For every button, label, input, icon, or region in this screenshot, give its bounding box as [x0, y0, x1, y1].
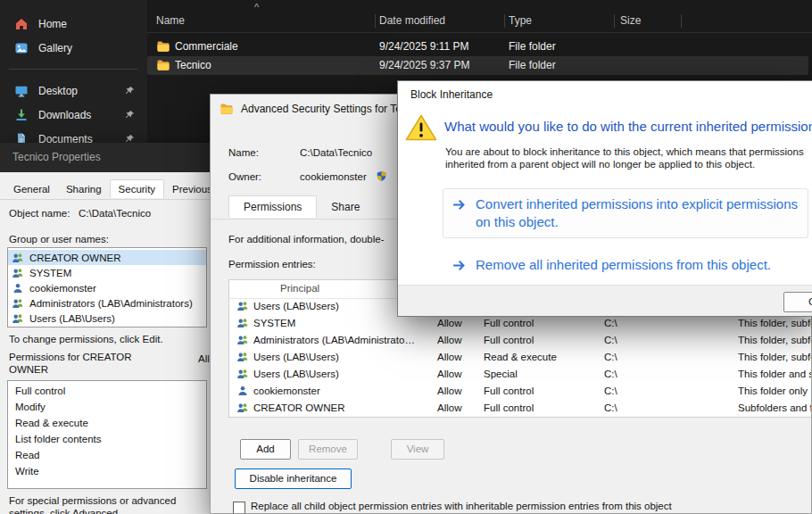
tab-sharing[interactable]: Sharing: [58, 180, 110, 198]
properties-dialog: Tecnico Properties General Sharing Secur…: [0, 143, 221, 514]
column-header-name[interactable]: Name: [156, 14, 185, 27]
sidebar-item-label: Home: [38, 18, 67, 30]
entry-applies-to: This folder, subfolders and files: [738, 352, 812, 362]
owner-label: Owner:: [228, 171, 261, 182]
permission-label: List folder contents: [15, 434, 102, 444]
remove-button[interactable]: Remove: [298, 439, 358, 460]
column-header-principal[interactable]: Principal: [280, 283, 319, 294]
sidebar-separator: [9, 69, 138, 70]
replace-permissions-checkbox[interactable]: [233, 502, 245, 514]
cancel-button[interactable]: Cancel: [783, 292, 812, 312]
sidebar-item-desktop[interactable]: Desktop: [5, 79, 142, 103]
column-header-type[interactable]: Type: [509, 14, 532, 27]
permission-entry-row[interactable]: CREATOR OWNER Allow Full control C:\ Sub…: [229, 400, 812, 417]
properties-tabs: General Sharing Security Previous Versio…: [5, 179, 221, 198]
list-item-system[interactable]: SYSTEM: [8, 265, 206, 280]
block-dialog-heading: What would you like to do with the curre…: [444, 119, 812, 134]
remove-permissions-option[interactable]: Remove all inherited permissions from th…: [452, 256, 771, 274]
permission-item[interactable]: Read: [8, 447, 206, 463]
list-item-creator-owner[interactable]: CREATOR OWNER: [8, 250, 206, 265]
file-row-tecnico[interactable]: Tecnico 9/24/2025 9:37 PM File folder: [147, 56, 808, 75]
group-icon: [12, 267, 24, 279]
permission-entry-row[interactable]: SYSTEM Allow Full control C:\ This folde…: [229, 315, 812, 332]
permissions-list[interactable]: Full control Modify Read & execute List …: [7, 380, 207, 489]
pin-icon: [125, 110, 135, 120]
tab-share[interactable]: Share: [317, 196, 374, 218]
group-icon: [236, 300, 249, 312]
name-label: Name:: [228, 147, 259, 158]
entry-inherited-from: C:\: [604, 335, 617, 345]
permission-entry-row[interactable]: Users (LAB\Users) Allow Special C:\ This…: [229, 366, 812, 383]
permission-entry-row[interactable]: Administrators (LAB\Administrators) Allo…: [229, 332, 812, 349]
home-icon: [14, 17, 29, 31]
permission-entries-label: Permission entries:: [228, 259, 316, 269]
permission-item[interactable]: Read & execute: [8, 415, 206, 431]
sidebar-item-label: Gallery: [38, 42, 72, 54]
entry-access: Special: [484, 369, 518, 379]
column-separator[interactable]: [614, 14, 615, 28]
entry-principal: SYSTEM: [253, 318, 416, 328]
pin-icon: [125, 86, 135, 95]
group-icon: [12, 252, 24, 264]
permission-item[interactable]: Full control: [8, 383, 206, 399]
entry-type: Allow: [437, 318, 461, 328]
entry-applies-to: Subfolders and files only: [738, 402, 812, 413]
group-icon: [236, 351, 249, 363]
entry-applies-to: This folder, subfolders and files: [738, 318, 812, 328]
permission-item[interactable]: Write: [8, 463, 206, 479]
group-icon: [12, 297, 24, 310]
permission-item[interactable]: List folder contents: [8, 431, 206, 447]
file-row-commerciale[interactable]: Commerciale 9/24/2025 9:11 PM File folde…: [147, 37, 808, 56]
entry-type: Allow: [437, 352, 461, 362]
sidebar-item-label: Desktop: [38, 85, 78, 97]
add-button[interactable]: Add: [240, 439, 291, 460]
sort-ascending-icon: ^: [254, 2, 259, 12]
entry-applies-to: This folder, subfolders and files: [738, 335, 812, 345]
file-date-modified: 9/24/2025 9:37 PM: [379, 59, 469, 71]
edit-note: To change permissions, click Edit.: [9, 334, 163, 344]
permission-label: Read: [15, 450, 40, 460]
advanced-note: For special permissions or advanced sett…: [9, 494, 203, 514]
advanced-dialog-titlebar: Advanced Security Settings for Te: [211, 95, 402, 123]
group-user-names-list[interactable]: CREATOR OWNER SYSTEM cookiemonster Admin…: [7, 247, 207, 327]
principal-name: CREATOR OWNER: [29, 253, 120, 263]
entry-type: Allow: [437, 402, 461, 413]
block-dialog-body-line2: inherited from a parent object will no l…: [445, 159, 755, 170]
list-item-administrators[interactable]: Administrators (LAB\Administrators): [8, 295, 206, 311]
list-item-users[interactable]: Users (LAB\Users): [8, 311, 206, 326]
group-icon: [236, 334, 249, 346]
tab-security[interactable]: Security: [110, 179, 165, 198]
sidebar-item-gallery[interactable]: Gallery: [5, 36, 142, 60]
list-item-cookiemonster[interactable]: cookiemonster: [8, 280, 206, 295]
tab-general[interactable]: General: [5, 180, 58, 198]
info-note: For additional information, double-: [228, 234, 385, 245]
sidebar-item-home[interactable]: Home: [5, 12, 142, 36]
permission-item[interactable]: Modify: [8, 399, 206, 415]
block-dialog-title: Block Inheritance: [410, 88, 493, 101]
object-name-label: Object name:: [9, 208, 70, 219]
view-button[interactable]: View: [391, 439, 444, 460]
permission-label: Full control: [15, 386, 65, 396]
column-separator[interactable]: [504, 14, 505, 28]
permission-entry-row[interactable]: cookiemonster Allow Full control C:\ Thi…: [229, 383, 812, 400]
file-date-modified: 9/24/2025 9:11 PM: [379, 40, 469, 53]
tab-permissions[interactable]: Permissions: [228, 195, 317, 218]
column-separator[interactable]: [375, 14, 376, 28]
option-label: Convert inherited permissions into expli…: [476, 195, 812, 231]
folder-icon: [220, 102, 234, 116]
permission-label: Read & execute: [15, 418, 88, 428]
permission-entry-row[interactable]: Users (LAB\Users) Allow Read & execute C…: [229, 349, 812, 366]
column-header-date-modified[interactable]: Date modified: [379, 14, 445, 27]
column-header-size[interactable]: Size: [620, 14, 641, 27]
entry-access: Read & execute: [484, 352, 557, 362]
group-icon: [236, 402, 249, 414]
uac-shield-icon: [376, 170, 387, 182]
column-separator[interactable]: [681, 14, 682, 28]
convert-permissions-option[interactable]: Convert inherited permissions into expli…: [452, 195, 812, 231]
file-list-header: ^ Name Date modified Type Size: [147, 11, 812, 33]
group-user-names-label: Group or user names:: [9, 234, 109, 245]
gallery-icon: [14, 41, 29, 55]
entry-access: Full control: [484, 335, 534, 345]
disable-inheritance-button[interactable]: Disable inheritance: [235, 468, 352, 489]
sidebar-item-downloads[interactable]: Downloads: [5, 103, 142, 127]
